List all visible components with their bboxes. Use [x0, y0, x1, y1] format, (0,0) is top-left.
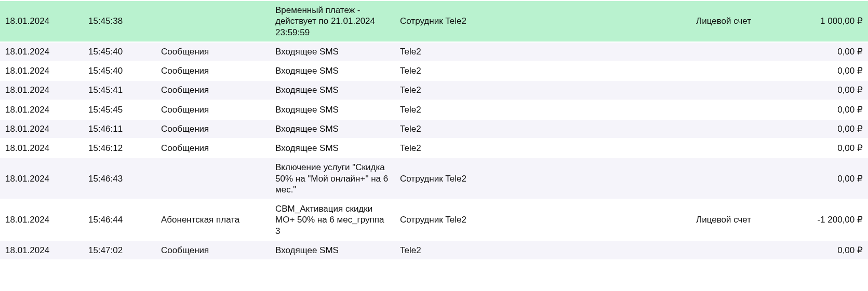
cell-date: 18.01.2024 [0, 158, 83, 199]
cell-category: Сообщения [156, 241, 270, 260]
cell-party: Tele2 [395, 119, 493, 138]
cell-extra2 [592, 119, 691, 138]
cell-date: 18.01.2024 [0, 42, 83, 61]
cell-party: Tele2 [395, 100, 493, 119]
cell-category: Абонентская плата [156, 199, 270, 241]
cell-time: 15:46:44 [83, 199, 156, 241]
cell-extra2 [592, 158, 691, 199]
transactions-table: 18.01.202415:45:38Временный платеж - дей… [0, 0, 868, 260]
cell-account [691, 119, 805, 138]
cell-account [691, 241, 805, 260]
cell-account [691, 80, 805, 100]
cell-extra2 [592, 241, 691, 260]
cell-account [691, 61, 805, 80]
cell-extra1 [493, 199, 592, 241]
cell-extra2 [592, 199, 691, 241]
cell-time: 15:46:11 [83, 119, 156, 138]
cell-category: Сообщения [156, 61, 270, 80]
table-row: 18.01.202415:46:44Абонентская платаCBM_А… [0, 199, 868, 241]
cell-amount: 0,00 ₽ [805, 61, 868, 80]
cell-extra1 [493, 42, 592, 61]
cell-category: Сообщения [156, 80, 270, 100]
cell-description: Входящее SMS [270, 241, 395, 260]
cell-category: Сообщения [156, 42, 270, 61]
cell-extra1 [493, 100, 592, 119]
cell-time: 15:46:43 [83, 158, 156, 199]
cell-extra1 [493, 80, 592, 100]
cell-date: 18.01.2024 [0, 80, 83, 100]
cell-amount: 0,00 ₽ [805, 42, 868, 61]
cell-amount: 0,00 ₽ [805, 100, 868, 119]
cell-party: Сотрудник Tele2 [395, 158, 493, 199]
cell-date: 18.01.2024 [0, 100, 83, 119]
cell-description: Входящее SMS [270, 80, 395, 100]
cell-date: 18.01.2024 [0, 61, 83, 80]
cell-extra2 [592, 138, 691, 158]
cell-time: 15:45:38 [83, 1, 156, 42]
cell-account [691, 158, 805, 199]
cell-amount: 0,00 ₽ [805, 138, 868, 158]
cell-amount: 0,00 ₽ [805, 119, 868, 138]
cell-extra2 [592, 42, 691, 61]
cell-description: Входящее SMS [270, 138, 395, 158]
cell-account: Лицевой счет [691, 199, 805, 241]
cell-category: Сообщения [156, 138, 270, 158]
cell-account [691, 42, 805, 61]
cell-account: Лицевой счет [691, 1, 805, 42]
table-row: 18.01.202415:45:45СообщенияВходящее SMST… [0, 100, 868, 119]
cell-time: 15:45:41 [83, 80, 156, 100]
cell-description: Входящее SMS [270, 100, 395, 119]
cell-extra2 [592, 100, 691, 119]
cell-amount: 1 000,00 ₽ [805, 1, 868, 42]
table-row: 18.01.202415:45:40СообщенияВходящее SMST… [0, 61, 868, 80]
cell-description: Входящее SMS [270, 119, 395, 138]
cell-extra2 [592, 61, 691, 80]
cell-account [691, 138, 805, 158]
cell-date: 18.01.2024 [0, 1, 83, 42]
table-row: 18.01.202415:45:38Временный платеж - дей… [0, 1, 868, 42]
cell-amount: -1 200,00 ₽ [805, 199, 868, 241]
cell-party: Сотрудник Tele2 [395, 1, 493, 42]
cell-time: 15:46:12 [83, 138, 156, 158]
cell-description: Входящее SMS [270, 42, 395, 61]
cell-time: 15:45:40 [83, 61, 156, 80]
cell-extra1 [493, 1, 592, 42]
cell-party: Tele2 [395, 42, 493, 61]
cell-description: Входящее SMS [270, 61, 395, 80]
cell-party: Сотрудник Tele2 [395, 199, 493, 241]
cell-extra1 [493, 119, 592, 138]
cell-extra1 [493, 158, 592, 199]
table-row: 18.01.202415:47:02СообщенияВходящее SMST… [0, 241, 868, 260]
cell-amount: 0,00 ₽ [805, 80, 868, 100]
cell-description: Включение услуги "Скидка 50% на "Мой онл… [270, 158, 395, 199]
cell-time: 15:45:45 [83, 100, 156, 119]
cell-date: 18.01.2024 [0, 138, 83, 158]
cell-extra1 [493, 61, 592, 80]
table-row: 18.01.202415:45:41СообщенияВходящее SMST… [0, 80, 868, 100]
cell-extra1 [493, 241, 592, 260]
cell-category [156, 158, 270, 199]
cell-party: Tele2 [395, 80, 493, 100]
cell-time: 15:47:02 [83, 241, 156, 260]
table-row: 18.01.202415:45:40СообщенияВходящее SMST… [0, 42, 868, 61]
cell-amount: 0,00 ₽ [805, 158, 868, 199]
cell-category [156, 1, 270, 42]
cell-date: 18.01.2024 [0, 199, 83, 241]
cell-time: 15:45:40 [83, 42, 156, 61]
cell-extra1 [493, 138, 592, 158]
cell-account [691, 100, 805, 119]
cell-date: 18.01.2024 [0, 119, 83, 138]
cell-date: 18.01.2024 [0, 241, 83, 260]
cell-extra2 [592, 1, 691, 42]
table-row: 18.01.202415:46:43Включение услуги "Скид… [0, 158, 868, 199]
cell-category: Сообщения [156, 119, 270, 138]
table-row: 18.01.202415:46:12СообщенияВходящее SMST… [0, 138, 868, 158]
cell-party: Tele2 [395, 138, 493, 158]
table-row: 18.01.202415:46:11СообщенияВходящее SMST… [0, 119, 868, 138]
cell-party: Tele2 [395, 241, 493, 260]
cell-category: Сообщения [156, 100, 270, 119]
cell-description: Временный платеж - действует по 21.01.20… [270, 1, 395, 42]
cell-party: Tele2 [395, 61, 493, 80]
cell-extra2 [592, 80, 691, 100]
cell-amount: 0,00 ₽ [805, 241, 868, 260]
